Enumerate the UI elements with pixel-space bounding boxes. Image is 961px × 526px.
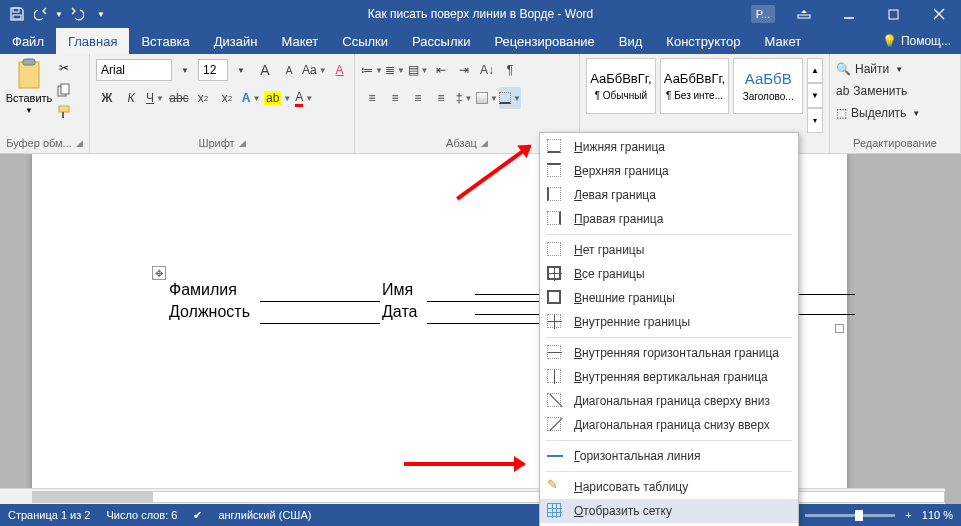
styles-scroll-down-icon[interactable]: ▼ xyxy=(807,83,823,108)
italic-button[interactable]: К xyxy=(120,87,142,109)
tab-layout[interactable]: Макет xyxy=(269,28,330,54)
menu-view-gridlines[interactable]: Отобразить сетку xyxy=(540,499,798,523)
menu-border-diag-down[interactable]: Диагональная граница сверху вниз xyxy=(540,389,798,413)
replace-button[interactable]: abЗаменить xyxy=(836,80,907,102)
scrollbar-thumb[interactable] xyxy=(33,492,153,502)
shrink-font-icon[interactable]: A xyxy=(278,59,300,81)
qat-customize-icon[interactable]: ▼ xyxy=(90,3,112,25)
document-table[interactable]: Фамилия Имя Должность Дата xyxy=(167,279,547,324)
borders-button[interactable]: ▼ xyxy=(499,87,521,109)
select-button[interactable]: ⬚Выделить▼ xyxy=(836,102,920,124)
status-page[interactable]: Страница 1 из 2 xyxy=(8,509,90,521)
numbering-button[interactable]: ≣▼ xyxy=(384,59,406,81)
format-painter-icon[interactable] xyxy=(54,102,74,122)
zoom-in-button[interactable]: + xyxy=(905,509,911,521)
align-left-icon[interactable]: ≡ xyxy=(361,87,383,109)
sort-icon[interactable]: A↓ xyxy=(476,59,498,81)
font-size-dropdown-icon[interactable]: ▼ xyxy=(230,59,252,81)
tab-home[interactable]: Главная xyxy=(56,28,129,54)
menu-border-inside-h[interactable]: Внутренняя горизонтальная граница xyxy=(540,341,798,365)
line-spacing-button[interactable]: ‡▼ xyxy=(453,87,475,109)
table-resize-handle-icon[interactable] xyxy=(835,324,844,333)
status-language[interactable]: английский (США) xyxy=(218,509,311,521)
show-marks-icon[interactable]: ¶ xyxy=(499,59,521,81)
justify-icon[interactable]: ≡ xyxy=(430,87,452,109)
cell-name-value[interactable] xyxy=(427,279,547,301)
status-words[interactable]: Число слов: 6 xyxy=(106,509,177,521)
menu-border-all[interactable]: Все границы xyxy=(540,262,798,286)
menu-border-inside[interactable]: Внутренние границы xyxy=(540,310,798,334)
subscript-button[interactable]: x2 xyxy=(192,87,214,109)
zoom-level[interactable]: 110 % xyxy=(922,509,953,521)
maximize-button[interactable] xyxy=(871,0,916,28)
tab-layout2[interactable]: Макет xyxy=(752,28,813,54)
tell-me-text[interactable]: Помощ... xyxy=(901,34,951,48)
align-center-icon[interactable]: ≡ xyxy=(384,87,406,109)
strike-button[interactable]: abc xyxy=(168,87,190,109)
tab-references[interactable]: Ссылки xyxy=(330,28,400,54)
menu-border-top[interactable]: Верхняя граница xyxy=(540,159,798,183)
cell-surname-label[interactable]: Фамилия xyxy=(167,279,260,301)
grow-font-icon[interactable]: A xyxy=(254,59,276,81)
text-effects-button[interactable]: A▼ xyxy=(240,87,262,109)
clear-format-icon[interactable]: A xyxy=(329,59,351,81)
user-badge[interactable]: Р... xyxy=(751,5,775,23)
tab-constructor[interactable]: Конструктор xyxy=(654,28,752,54)
undo-icon[interactable] xyxy=(30,3,52,25)
minimize-button[interactable] xyxy=(826,0,871,28)
menu-border-left[interactable]: Левая граница xyxy=(540,183,798,207)
menu-border-outside[interactable]: Внешние границы xyxy=(540,286,798,310)
menu-border-none[interactable]: Нет границы xyxy=(540,238,798,262)
font-dialog-icon[interactable]: ◢ xyxy=(239,138,246,148)
style-nospacing[interactable]: АаБбВвГг,¶ Без инте... xyxy=(660,58,730,114)
change-case-button[interactable]: Aa▼ xyxy=(302,59,327,81)
menu-draw-table[interactable]: Нарисовать таблицу xyxy=(540,475,798,499)
styles-scroll-up-icon[interactable]: ▲ xyxy=(807,58,823,83)
find-button[interactable]: 🔍Найти▼ xyxy=(836,58,903,80)
menu-border-inside-v[interactable]: Внутренняя вертикальная граница xyxy=(540,365,798,389)
align-right-icon[interactable]: ≡ xyxy=(407,87,429,109)
increase-indent-icon[interactable]: ⇥ xyxy=(453,59,475,81)
font-name-dropdown-icon[interactable]: ▼ xyxy=(174,59,196,81)
status-spellcheck-icon[interactable]: ✔ xyxy=(193,509,202,522)
tab-mailings[interactable]: Рассылки xyxy=(400,28,482,54)
underline-button[interactable]: Ч▼ xyxy=(144,87,166,109)
table-move-handle-icon[interactable]: ✥ xyxy=(152,266,166,280)
paste-button[interactable]: Вставить ▼ xyxy=(6,58,52,115)
cell-date-label[interactable]: Дата xyxy=(380,301,427,323)
tab-review[interactable]: Рецензирование xyxy=(482,28,606,54)
bullets-button[interactable]: ≔▼ xyxy=(361,59,383,81)
save-icon[interactable] xyxy=(6,3,28,25)
font-color-button[interactable]: A▼ xyxy=(293,87,315,109)
bold-button[interactable]: Ж xyxy=(96,87,118,109)
cell-position-label[interactable]: Должность xyxy=(167,301,260,323)
decrease-indent-icon[interactable]: ⇤ xyxy=(430,59,452,81)
cut-icon[interactable]: ✂ xyxy=(54,58,74,78)
cell-name-label[interactable]: Имя xyxy=(380,279,427,301)
menu-horizontal-line[interactable]: Горизонтальная линия xyxy=(540,444,798,468)
highlight-button[interactable]: ab▼ xyxy=(264,87,291,109)
horizontal-scrollbar[interactable] xyxy=(0,488,945,504)
redo-icon[interactable] xyxy=(66,3,88,25)
superscript-button[interactable]: x2 xyxy=(216,87,238,109)
cell-date-value[interactable] xyxy=(427,301,547,323)
tab-insert[interactable]: Вставка xyxy=(129,28,201,54)
style-normal[interactable]: АаБбВвГг,¶ Обычный xyxy=(586,58,656,114)
copy-icon[interactable] xyxy=(54,80,74,100)
ribbon-options-icon[interactable] xyxy=(781,0,826,28)
menu-border-bottom[interactable]: Нижняя граница xyxy=(540,135,798,159)
close-button[interactable] xyxy=(916,0,961,28)
undo-dropdown-icon[interactable]: ▼ xyxy=(54,3,64,25)
styles-expand-icon[interactable]: ▾ xyxy=(807,108,823,133)
shading-button[interactable]: ▼ xyxy=(476,87,498,109)
cell-surname-value[interactable] xyxy=(260,279,380,301)
font-size-combo[interactable] xyxy=(198,59,228,81)
menu-border-diag-up[interactable]: Диагональная граница снизу вверх xyxy=(540,413,798,437)
cell-position-value[interactable] xyxy=(260,301,380,323)
multilevel-button[interactable]: ▤▼ xyxy=(407,59,429,81)
para-dialog-icon[interactable]: ◢ xyxy=(481,138,488,148)
tab-design[interactable]: Дизайн xyxy=(202,28,270,54)
menu-border-right[interactable]: Правая граница xyxy=(540,207,798,231)
style-heading1[interactable]: АаБбВЗаголово... xyxy=(733,58,803,114)
font-name-combo[interactable] xyxy=(96,59,172,81)
